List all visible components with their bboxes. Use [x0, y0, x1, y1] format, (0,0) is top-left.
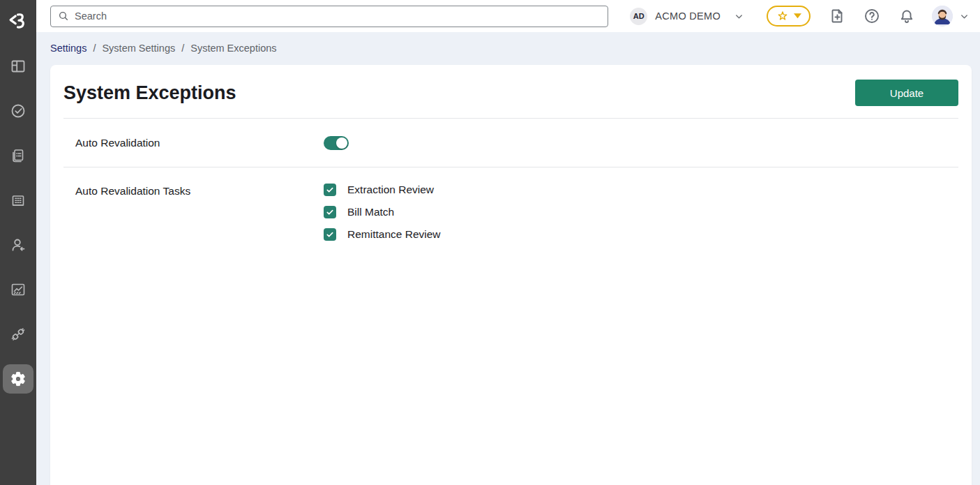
auto-revalidation-row: Auto Revalidation: [50, 119, 972, 167]
auto-revalidation-label: Auto Revalidation: [75, 137, 324, 149]
brand-logo[interactable]: [0, 0, 36, 42]
favorites-dropdown[interactable]: [767, 6, 811, 27]
sidebar-item-users[interactable]: [9, 236, 27, 254]
help-icon: [864, 8, 880, 24]
card-header: System Exceptions Update: [50, 65, 972, 118]
building-icon: [10, 192, 27, 209]
help-button[interactable]: [864, 8, 880, 24]
create-document-button[interactable]: [829, 8, 845, 24]
content-background: Settings / System Settings / System Exce…: [36, 32, 980, 65]
task-extraction-review[interactable]: Extraction Review: [324, 184, 441, 196]
user-avatar-illustration: [932, 6, 953, 27]
sidebar-item-tasks[interactable]: [9, 102, 27, 120]
org-initials-badge: AD: [630, 8, 647, 25]
sidebar: [0, 0, 36, 485]
search-icon: [58, 10, 69, 22]
chart-icon: [10, 281, 27, 298]
toggle-knob: [336, 137, 347, 149]
chevron-down-icon: [959, 11, 970, 22]
star-icon: [776, 10, 789, 22]
org-name: ACMO DEMO: [655, 10, 721, 22]
task-bill-match[interactable]: Bill Match: [324, 206, 441, 218]
sidebar-item-dashboard[interactable]: [9, 57, 27, 75]
breadcrumb: Settings / System Settings / System Exce…: [50, 43, 277, 54]
topbar: AD ACMO DEMO: [36, 0, 980, 32]
task-label: Extraction Review: [347, 184, 434, 196]
system-exceptions-card: System Exceptions Update Auto Revalidati…: [50, 65, 972, 485]
task-label: Bill Match: [347, 206, 394, 218]
search-input[interactable]: [75, 10, 601, 22]
breadcrumb-settings[interactable]: Settings: [50, 43, 86, 54]
breadcrumb-current-page: System Exceptions: [190, 43, 276, 54]
org-switcher[interactable]: AD ACMO DEMO: [630, 8, 744, 25]
search-box: [50, 6, 608, 27]
checkbox-checked-icon: [324, 206, 336, 218]
auto-revalidation-toggle[interactable]: [324, 136, 349, 150]
user-avatar: [932, 6, 953, 27]
layout-icon: [10, 58, 27, 75]
topbar-actions: AD ACMO DEMO: [630, 6, 970, 27]
caret-down-icon: [794, 13, 801, 19]
sidebar-item-integrations[interactable]: [9, 325, 27, 343]
chevron-down-icon: [734, 11, 744, 22]
gear-icon: [10, 371, 27, 387]
sidebar-item-documents[interactable]: [9, 147, 27, 165]
checkbox-checked-icon: [324, 228, 336, 241]
user-arrow-icon: [10, 237, 27, 253]
documents-icon: [10, 147, 27, 164]
brand-logo-icon: [6, 9, 30, 33]
auto-revalidation-tasks-row: Auto Revalidation Tasks Extraction Revie…: [50, 167, 972, 259]
check-circle-icon: [10, 103, 27, 119]
breadcrumb-separator: /: [93, 43, 96, 54]
sidebar-item-company[interactable]: [9, 191, 27, 209]
create-document-icon: [829, 8, 845, 24]
sidebar-item-analytics[interactable]: [9, 281, 27, 299]
page-title: System Exceptions: [63, 82, 236, 104]
notifications-button[interactable]: [898, 8, 915, 24]
sidebar-item-settings[interactable]: [3, 364, 33, 394]
notifications-bell-icon: [898, 8, 915, 24]
user-menu[interactable]: [932, 6, 970, 27]
update-button[interactable]: Update: [855, 80, 958, 106]
checkbox-checked-icon: [324, 184, 336, 196]
task-list: Extraction Review Bill Match Remittance …: [324, 184, 441, 241]
task-label: Remittance Review: [347, 228, 441, 241]
sidebar-nav: [3, 57, 33, 388]
plug-icon: [10, 326, 27, 343]
auto-revalidation-tasks-label: Auto Revalidation Tasks: [75, 184, 324, 197]
task-remittance-review[interactable]: Remittance Review: [324, 228, 441, 241]
breadcrumb-system-settings[interactable]: System Settings: [102, 43, 175, 54]
breadcrumb-separator: /: [181, 43, 184, 54]
